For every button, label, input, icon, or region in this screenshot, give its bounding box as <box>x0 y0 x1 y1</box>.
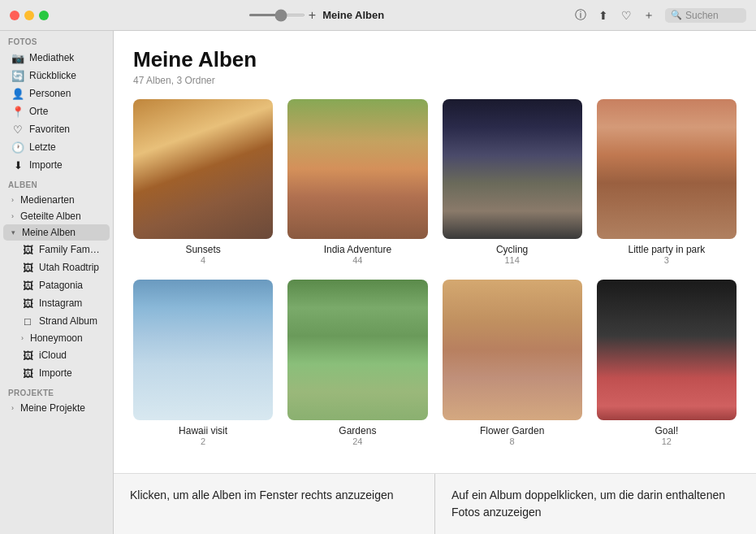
app-body: Fotos 📷 Mediathek 🔄 Rückblicke 👤 Persone… <box>0 31 756 534</box>
sidebar-item-icloud[interactable]: 🖼 iCloud <box>3 346 110 364</box>
medienarten-label: Medienarten <box>20 194 75 206</box>
album-count-gardens: 24 <box>352 436 362 446</box>
album-item-goal[interactable]: Goal!12 <box>597 280 737 445</box>
honeymoon-label: Honeymoon <box>30 332 83 344</box>
meine-projekte-label: Meine Projekte <box>20 402 85 414</box>
instagram-label: Instagram <box>39 297 82 309</box>
album-thumb-goal <box>597 280 737 419</box>
title-bar-actions: ⓘ ⬆ ♡ ＋ 🔍 Suchen <box>574 8 746 23</box>
orte-icon: 📍 <box>11 105 24 118</box>
album-item-gardens[interactable]: Gardens24 <box>287 280 427 445</box>
rueckblicke-label: Rückblicke <box>29 70 76 81</box>
sidebar-item-mediathek[interactable]: 📷 Mediathek <box>3 49 110 67</box>
meine-alben-label: Meine Alben <box>22 227 76 238</box>
chevron-honeymoon-icon: › <box>21 334 24 342</box>
sidebar-item-favoriten[interactable]: ♡ Favoriten <box>3 120 110 138</box>
close-button[interactable] <box>10 11 19 20</box>
sidebar-item-geteilte-alben[interactable]: › Geteilte Alben <box>3 208 110 224</box>
info-icon[interactable]: ⓘ <box>574 9 587 22</box>
search-placeholder: Suchen <box>685 10 719 21</box>
strand-album-label: Strand Album <box>39 315 97 327</box>
annotation-area: Klicken, um alle Alben im Fenster rechts… <box>114 473 756 534</box>
letzte-icon: 🕐 <box>11 141 24 154</box>
album-count-flower-garden: 8 <box>510 436 515 446</box>
zoom-plus-icon[interactable]: + <box>309 9 316 22</box>
utah-roadtrip-icon: 🖼 <box>21 261 34 274</box>
album-count-hawaii-visit: 2 <box>201 436 205 446</box>
album-name-sunsets: Sunsets <box>185 244 220 255</box>
album-thumb-hawaii-visit <box>133 280 273 419</box>
importe2-label: Importe <box>39 367 72 379</box>
annotation-col-right: Auf ein Album doppelklicken, um die dari… <box>435 474 756 534</box>
sidebar-item-importe[interactable]: ⬇ Importe <box>3 156 110 174</box>
patagonia-icon: 🖼 <box>21 279 34 292</box>
sidebar-item-utah-roadtrip[interactable]: 🖼 Utah Roadtrip <box>3 258 110 276</box>
album-name-cycling: Cycling <box>496 244 528 255</box>
family-family-label: Family Family… <box>39 244 102 255</box>
annotation-col-left: Klicken, um alle Alben im Fenster rechts… <box>114 474 435 534</box>
share-icon[interactable]: ⬆ <box>597 9 610 22</box>
album-item-sunsets[interactable]: Sunsets4 <box>133 99 273 265</box>
album-thumb-little-party <box>597 99 737 239</box>
album-thumb-flower-garden <box>443 280 582 419</box>
sidebar-item-importe2[interactable]: 🖼 Importe <box>3 364 110 382</box>
window-title: Meine Alben <box>322 9 384 21</box>
sidebar-item-meine-alben[interactable]: ▾ Meine Alben <box>3 224 110 241</box>
album-name-india-adventure: India Adventure <box>324 244 391 255</box>
search-box[interactable]: 🔍 Suchen <box>665 8 746 23</box>
album-thumb-cycling <box>443 99 582 239</box>
album-item-flower-garden[interactable]: Flower Garden8 <box>443 280 582 445</box>
album-grid: Sunsets4India Adventure44Cycling114Littl… <box>133 99 737 446</box>
album-count-sunsets: 4 <box>201 255 205 265</box>
favoriten-icon: ♡ <box>11 123 24 136</box>
sidebar-item-rueckblicke[interactable]: 🔄 Rückblicke <box>3 67 110 85</box>
heart-icon[interactable]: ♡ <box>620 9 633 22</box>
album-name-little-party: Little party in park <box>629 244 706 255</box>
album-item-little-party[interactable]: Little party in park3 <box>597 99 737 265</box>
album-item-india-adventure[interactable]: India Adventure44 <box>287 99 427 265</box>
zoom-slider[interactable] <box>248 14 305 16</box>
chevron-projekte-icon: › <box>11 404 14 412</box>
album-thumb-india-adventure <box>287 99 427 239</box>
window-controls <box>10 11 49 20</box>
album-name-gardens: Gardens <box>339 425 376 436</box>
rueckblicke-icon: 🔄 <box>11 69 24 82</box>
sidebar-item-letzte[interactable]: 🕐 Letzte <box>3 138 110 156</box>
sidebar-item-orte[interactable]: 📍 Orte <box>3 102 110 120</box>
mediathek-icon: 📷 <box>11 51 24 64</box>
sidebar-item-patagonia[interactable]: 🖼 Patagonia <box>3 276 110 294</box>
geteilte-alben-label: Geteilte Alben <box>20 211 81 222</box>
patagonia-label: Patagonia <box>39 280 83 291</box>
main-content: Meine Alben 47 Alben, 3 Ordner Sunsets4I… <box>114 31 756 473</box>
utah-roadtrip-label: Utah Roadtrip <box>39 262 99 273</box>
sidebar-item-family-family[interactable]: 🖼 Family Family… <box>3 241 110 258</box>
annotation-right-text: Auf ein Album doppelklicken, um die dari… <box>451 488 725 519</box>
sidebar-item-honeymoon[interactable]: › Honeymoon <box>3 330 110 346</box>
sidebar-section-fotos: Fotos <box>0 31 113 49</box>
sidebar-item-strand-album[interactable]: □ Strand Album <box>3 312 110 330</box>
album-item-hawaii-visit[interactable]: Hawaii visit2 <box>133 280 273 445</box>
add-icon[interactable]: ＋ <box>642 9 655 22</box>
sidebar-section-projekte: Projekte <box>0 382 113 400</box>
icloud-icon: 🖼 <box>21 349 34 362</box>
personen-label: Personen <box>29 88 71 99</box>
sidebar-item-instagram[interactable]: 🖼 Instagram <box>3 294 110 312</box>
album-count-goal: 12 <box>662 436 672 446</box>
importe-label: Importe <box>29 159 63 171</box>
chevron-medienarten-icon: › <box>11 196 14 204</box>
sidebar-item-medienarten[interactable]: › Medienarten <box>3 192 110 208</box>
page-subtitle: 47 Alben, 3 Ordner <box>133 75 737 86</box>
sidebar-item-personen[interactable]: 👤 Personen <box>3 85 110 102</box>
minimize-button[interactable] <box>24 11 34 20</box>
sidebar-item-meine-projekte[interactable]: › Meine Projekte <box>3 400 110 416</box>
zoom-slider-container: + <box>248 9 316 22</box>
album-name-goal: Goal! <box>655 425 679 436</box>
maximize-button[interactable] <box>39 11 49 20</box>
album-thumb-sunsets <box>133 99 273 239</box>
album-count-little-party: 3 <box>664 255 669 265</box>
mediathek-label: Mediathek <box>29 52 74 63</box>
album-item-cycling[interactable]: Cycling114 <box>443 99 582 265</box>
title-bar: + Meine Alben ⓘ ⬆ ♡ ＋ 🔍 Suchen <box>0 0 756 31</box>
instagram-icon: 🖼 <box>21 297 34 310</box>
personen-icon: 👤 <box>11 87 24 100</box>
